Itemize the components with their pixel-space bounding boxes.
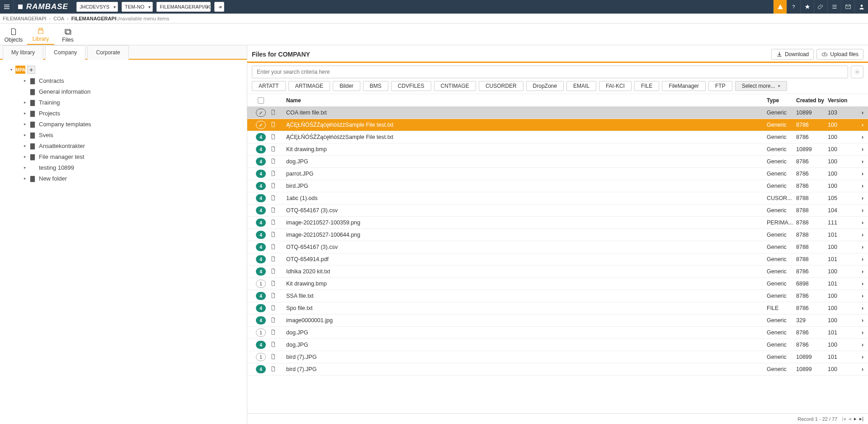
tab-library[interactable]: Library	[27, 27, 54, 45]
filter-chip[interactable]: CUSORDER	[479, 81, 524, 91]
tree-node[interactable]: ▸▇Projects	[23, 108, 242, 119]
filter-chip[interactable]: CDVFILES	[391, 81, 431, 91]
table-row[interactable]: 4dog.JPGGeneric8786100›	[247, 156, 868, 168]
table-row[interactable]: 4dog.JPGGeneric8786100›	[247, 339, 868, 351]
tree-node[interactable]: ▸testing 10899	[23, 162, 242, 173]
filter-chip[interactable]: CNTIMAGE	[434, 81, 476, 91]
subtab-company[interactable]: Company	[45, 45, 85, 60]
col-createdby[interactable]: Created by	[796, 97, 828, 104]
tab-files[interactable]: Files	[54, 28, 81, 45]
filter-chip[interactable]: Bilder	[333, 81, 360, 91]
table-row[interactable]: ✓COA item file.txtGeneric10899103›	[247, 107, 868, 119]
subtab-corporate[interactable]: Corporate	[87, 45, 128, 60]
pager-next[interactable]: ▸	[854, 416, 857, 422]
chevron-right-icon[interactable]: ›	[862, 366, 863, 372]
alerts-button[interactable]	[773, 0, 787, 14]
user-button[interactable]	[854, 0, 868, 14]
search-settings-button[interactable]	[851, 66, 863, 78]
table-row[interactable]: 4bird (7).JPGGeneric10899100›	[247, 363, 868, 376]
chevron-right-icon[interactable]: ›	[862, 268, 863, 275]
tree-node[interactable]: ▸▇Company templates	[23, 119, 242, 129]
table-row[interactable]: 4Kit drawing.bmpGeneric10899100›	[247, 143, 868, 156]
chevron-right-icon[interactable]: ›	[862, 183, 863, 189]
table-row[interactable]: 41abc (1).odsCUSOR...8788105›	[247, 192, 868, 205]
pager-last[interactable]: ▸|	[859, 416, 863, 422]
chevron-right-icon[interactable]: ›	[862, 256, 863, 262]
template-select[interactable]: TEM-NO	[122, 2, 153, 12]
chevron-right-icon[interactable]: ›	[862, 305, 863, 311]
chevron-right-icon[interactable]: ›	[862, 110, 863, 116]
path-select[interactable]: FILEMANAGERAPI/COA	[156, 2, 211, 12]
col-type[interactable]: Type	[767, 97, 796, 104]
table-row[interactable]: 4image0000001.jpgGeneric329100›	[247, 314, 868, 327]
tree-node[interactable]: ▸▇File manager test	[23, 151, 242, 162]
filter-chip[interactable]: FileManager	[662, 81, 706, 91]
chevron-right-icon[interactable]: ›	[862, 329, 863, 336]
pager-first[interactable]: |◂	[842, 416, 846, 422]
filter-select-more[interactable]: Select more...	[735, 81, 787, 91]
tasks-button[interactable]	[827, 0, 841, 14]
chevron-right-icon[interactable]: ›	[862, 158, 863, 165]
chevron-right-icon[interactable]: ›	[862, 317, 863, 324]
select-all-checkbox[interactable]	[258, 97, 264, 104]
tree-node[interactable]: ▇General information	[23, 86, 242, 97]
tree-node[interactable]: ▸▇Sveis	[23, 129, 242, 140]
col-version[interactable]: Version	[828, 97, 853, 104]
table-row[interactable]: 1Kit drawing.bmpGeneric6898101›	[247, 278, 868, 290]
favorites-button[interactable]	[800, 0, 814, 14]
tree-node[interactable]: ▸▇Ansattekontrakter	[23, 140, 242, 151]
filter-chip[interactable]: EMAIL	[566, 81, 596, 91]
tree-node[interactable]: ▸▇Contracts	[23, 75, 242, 86]
table-row[interactable]: 4OTQ-654167 (3).csvGeneric8788104›	[247, 205, 868, 217]
table-row[interactable]: 4image-20210527-100644.pngGeneric8788101…	[247, 229, 868, 241]
table-row[interactable]: 4parrot.JPGGeneric8786100›	[247, 168, 868, 180]
add-folder-button[interactable]: +	[27, 66, 35, 74]
filter-chip[interactable]: FILE	[634, 81, 659, 91]
col-name[interactable]: Name	[286, 97, 767, 104]
table-row[interactable]: 4Spo file.txtFILE8786100›	[247, 302, 868, 314]
chevron-right-icon[interactable]: ›	[862, 293, 863, 299]
chevron-right-icon[interactable]: ›	[862, 342, 863, 348]
filter-chip[interactable]: ARTIMAGE	[288, 81, 330, 91]
path-back-button[interactable]: ‹	[214, 2, 224, 12]
table-row[interactable]: 4SSA file.txtGeneric8786100›	[247, 290, 868, 302]
table-row[interactable]: 1dog.JPGGeneric8786101›	[247, 327, 868, 339]
crumb-2[interactable]: FILEMANAGERAPI	[71, 16, 116, 21]
table-row[interactable]: 4image-20210527-100359.pngPERIMA...87881…	[247, 217, 868, 229]
table-row[interactable]: 4OTQ-654914.pdfGeneric8788101›	[247, 253, 868, 266]
tree-node[interactable]: ▸▇Training	[23, 97, 242, 108]
chevron-right-icon[interactable]: ›	[862, 219, 863, 226]
attachments-button[interactable]	[814, 0, 827, 14]
filter-chip[interactable]: FTP	[708, 81, 732, 91]
table-row[interactable]: 4ĄĆĘŁŃÓŚŹŻąćęłńóśźżSample File test.txtG…	[247, 131, 868, 143]
table-row[interactable]: 4Idhika 2020 kit.txtGeneric8786100›	[247, 266, 868, 278]
download-button[interactable]: Download	[771, 49, 814, 60]
filter-chip[interactable]: BMS	[363, 81, 388, 91]
chevron-right-icon[interactable]: ›	[862, 207, 863, 214]
chevron-right-icon[interactable]: ›	[862, 195, 863, 201]
table-row[interactable]: 1bird (7).JPGGeneric10899101›	[247, 351, 868, 363]
chevron-right-icon[interactable]: ›	[862, 134, 863, 140]
chevron-right-icon[interactable]: ›	[862, 244, 863, 250]
table-row[interactable]: 4OTQ-654167 (3).csvGeneric8788100›	[247, 241, 868, 253]
help-button[interactable]: ?	[787, 0, 800, 14]
tree-node[interactable]: ▸▇New folder	[23, 173, 242, 184]
chevron-right-icon[interactable]: ›	[862, 232, 863, 238]
chevron-right-icon[interactable]: ›	[862, 122, 863, 128]
search-input[interactable]	[252, 66, 848, 78]
chevron-right-icon[interactable]: ›	[862, 146, 863, 152]
subtab-mylibrary[interactable]: My library	[3, 45, 43, 60]
filter-chip[interactable]: ARTATT	[252, 81, 286, 91]
crumb-1[interactable]: COA	[53, 16, 64, 21]
crumb-0[interactable]: FILEMANAGERAPI	[3, 16, 47, 21]
table-row[interactable]: ✓ĄĆĘŁŃÓŚŹŻąćęłńóśźżSample File test.txtG…	[247, 119, 868, 131]
tab-objects[interactable]: Objects	[0, 28, 27, 45]
chevron-right-icon[interactable]: ›	[862, 354, 863, 360]
hamburger-button[interactable]	[0, 0, 14, 14]
tree-root[interactable]: ▾ COMPANY +	[9, 64, 242, 75]
pager-prev[interactable]: ◂	[849, 416, 851, 422]
mail-button[interactable]	[841, 0, 854, 14]
chevron-right-icon[interactable]: ›	[862, 281, 863, 287]
filter-chip[interactable]: DropZone	[526, 81, 564, 91]
system-select[interactable]: JHCDEVSYS	[76, 2, 118, 12]
